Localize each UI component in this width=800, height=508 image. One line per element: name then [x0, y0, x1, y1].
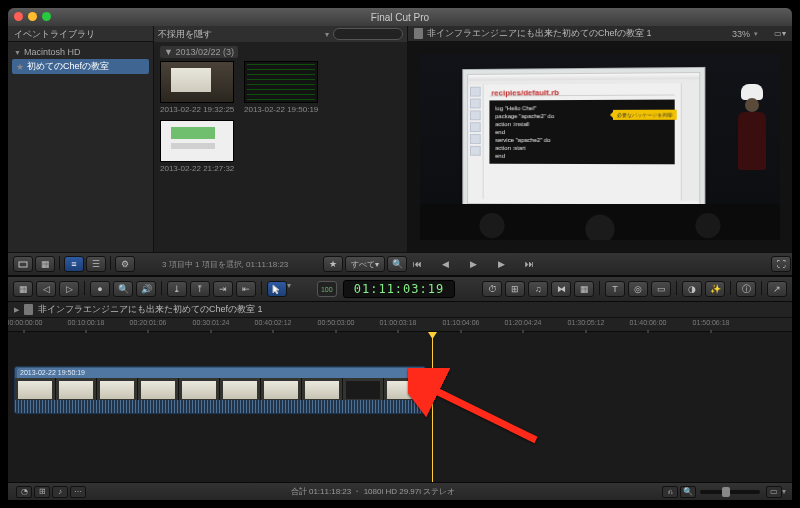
solo-button[interactable]: ⋯	[70, 486, 86, 498]
timeline-panel[interactable]: 00:00:00:00 00:10:00:18 00:20:01:06 00:3…	[8, 318, 792, 482]
connect-button[interactable]: ⇤	[236, 281, 256, 297]
all-clips-button[interactable]: すべて ▾	[345, 256, 385, 272]
play-button[interactable]: ▶	[464, 257, 482, 271]
generators-browser-button[interactable]: ◎	[628, 281, 648, 297]
status-summary: 合計 01:11:18:23 ・ 1080i HD 29.97i ステレオ	[86, 486, 660, 497]
clip-appearance-button[interactable]: ▭	[766, 486, 782, 498]
project-header: ▶ 非インフラエンジニアにも出来た初めてのChefの教室 1	[8, 302, 792, 318]
timeline-history-fwd-button[interactable]: ▷	[59, 281, 79, 297]
event-label: 初めてのChefの教室	[27, 60, 109, 73]
transitions-browser-button[interactable]: ⧓	[551, 281, 571, 297]
overwrite-button[interactable]: ⇥	[213, 281, 233, 297]
list-view-button[interactable]: ☰	[86, 256, 106, 272]
event-library-header: イベントライブラリ	[8, 26, 153, 42]
filter-dropdown-icon[interactable]: ▾	[325, 30, 329, 39]
arrow-tool-button[interactable]	[267, 281, 287, 297]
timeline-ruler[interactable]: 00:00:00:00 00:10:00:18 00:20:01:06 00:3…	[8, 318, 792, 332]
clip-thumb-image	[160, 120, 234, 162]
svg-rect-0	[19, 262, 27, 267]
prev-frame-button[interactable]: ◀	[436, 257, 454, 271]
timeline-tracks[interactable]: 2013-02-22 19:50:19	[8, 332, 792, 482]
disclosure-triangle-icon[interactable]: ▼	[14, 49, 21, 56]
record-voiceover-button[interactable]: ●	[90, 281, 110, 297]
project-icon	[414, 28, 423, 39]
next-frame-button[interactable]: ▶	[492, 257, 510, 271]
viewer-project-title: 非インフラエンジニアにも出来た初めてのChefの教室 1	[427, 27, 652, 40]
dashboard-reel-icon[interactable]: 100	[317, 281, 337, 297]
close-icon[interactable]	[14, 12, 23, 21]
slide-callout: 必要なパッケージを列挙	[613, 110, 677, 120]
camera-import-button[interactable]: ▦	[35, 256, 55, 272]
clip-thumb-caption: 2013-02-22 21:27:32	[160, 164, 234, 173]
enhance-button[interactable]: ✨	[705, 281, 725, 297]
browser-search-input[interactable]	[333, 28, 403, 40]
clip-thumb-image	[244, 61, 318, 103]
dashboard-timecode[interactable]: 01:11:03:19	[343, 280, 455, 298]
project-library-button[interactable]: ▦	[13, 281, 33, 297]
go-to-end-button[interactable]: ⏭	[520, 257, 538, 271]
viewer-video-frame: recipies/default.rb log "Hello Chef" pac…	[420, 54, 780, 240]
themes-browser-button[interactable]: ▭	[651, 281, 671, 297]
annotation-arrow-icon	[408, 368, 548, 452]
zoom-icon[interactable]	[42, 12, 51, 21]
timeline-zoom-slider[interactable]	[700, 490, 760, 494]
clip-browser-panel: 不採用を隠す ▾ ▼ 2013/02/22 (3) 2013-02-22 19:…	[154, 26, 408, 252]
titles-browser-button[interactable]: T	[605, 281, 625, 297]
snapping-button[interactable]: ⎌	[662, 486, 678, 498]
viewer-settings-icon[interactable]: ▭▾	[774, 29, 786, 38]
clip-thumbnails: 2013-02-22 19:32:25 2013-02-22 19:50:19 …	[160, 61, 401, 173]
favorites-filter-button[interactable]: ★	[323, 256, 343, 272]
disk-item[interactable]: ▼ Macintosh HD	[10, 46, 151, 58]
inspector-button[interactable]: ⓘ	[736, 281, 756, 297]
ruler-tick: 01:40:06:00	[630, 319, 667, 326]
event-item-selected[interactable]: ★ 初めてのChefの教室	[12, 59, 149, 74]
library-settings-button[interactable]: ⚙	[115, 256, 135, 272]
browser-title: 不採用を隠す	[158, 28, 321, 41]
project-icon	[24, 304, 33, 315]
timeline-clip[interactable]: 2013-02-22 19:50:19	[14, 366, 426, 414]
go-to-start-button[interactable]: ⏮	[408, 257, 426, 271]
import-button[interactable]	[13, 256, 33, 272]
viewer-stage[interactable]: recipies/default.rb log "Hello Chef" pac…	[408, 42, 792, 252]
timeline-playhead[interactable]	[432, 332, 433, 482]
viewer-zoom-percent[interactable]: 33%	[732, 29, 750, 39]
audio-skimming-button[interactable]: ♪	[52, 486, 68, 498]
window-controls	[14, 12, 51, 21]
timeline-history-back-button[interactable]: ◁	[36, 281, 56, 297]
append-button[interactable]: ⤒	[190, 281, 210, 297]
retime-button[interactable]: ⏱	[482, 281, 502, 297]
insert-button[interactable]: ⤓	[167, 281, 187, 297]
ruler-tick: 00:10:00:18	[68, 319, 105, 326]
fullscreen-button[interactable]: ⛶	[771, 256, 791, 272]
filmstrip-view-button[interactable]: ≡	[64, 256, 84, 272]
browser-header: 不採用を隠す ▾	[154, 26, 407, 42]
titlebar: Final Cut Pro	[8, 8, 792, 26]
clip-thumb-caption: 2013-02-22 19:32:25	[160, 105, 234, 114]
clip-appearance-dropdown-icon[interactable]: ▾	[782, 487, 786, 496]
event-library-tree: ▼ Macintosh HD ★ 初めてのChefの教室	[8, 42, 153, 252]
zoom-dropdown-icon[interactable]: ▾	[754, 30, 758, 38]
color-button[interactable]: ◑	[682, 281, 702, 297]
clip-thumb[interactable]: 2013-02-22 19:50:19	[244, 61, 318, 114]
music-browser-button[interactable]: ♫	[528, 281, 548, 297]
clip-group: ▼ 2013/02/22 (3) 2013-02-22 19:32:25 201…	[154, 42, 407, 177]
effects-browser-button[interactable]: ▦	[574, 281, 594, 297]
browser-status-text: 3 項目中 1 項目を選択, 01:11:18:23	[154, 259, 296, 270]
tools-search-button[interactable]: 🔍	[113, 281, 133, 297]
tools-volume-button[interactable]: 🔊	[136, 281, 156, 297]
background-tasks-button[interactable]: ◔	[16, 486, 32, 498]
ruler-tick: 00:30:01:24	[193, 319, 230, 326]
timeline-search-button[interactable]: 🔍	[680, 486, 696, 498]
minimize-icon[interactable]	[28, 12, 37, 21]
skimming-toggle-button[interactable]: ⊞	[34, 486, 50, 498]
browser-search-button[interactable]: 🔍	[387, 256, 407, 272]
project-disclosure-icon[interactable]: ▶	[14, 306, 19, 314]
clip-thumb-image	[160, 61, 234, 103]
timeline-clip-label: 2013-02-22 19:50:19	[17, 368, 423, 378]
slide-heading: recipies/default.rb	[489, 87, 674, 96]
photos-browser-button[interactable]: ⊞	[505, 281, 525, 297]
clip-thumb[interactable]: 2013-02-22 21:27:32	[160, 120, 234, 173]
share-button[interactable]: ↗	[767, 281, 787, 297]
clip-thumb[interactable]: 2013-02-22 19:32:25	[160, 61, 234, 114]
disk-label: Macintosh HD	[24, 47, 81, 57]
